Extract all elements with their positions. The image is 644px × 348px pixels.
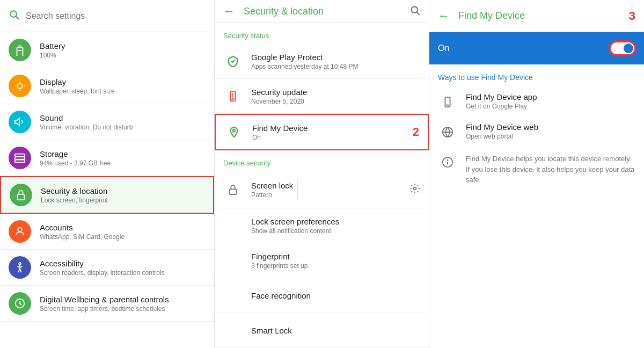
sidebar-item-subtitle-accessibility: Screen readers, display, interaction con… [40,269,165,277]
svg-line-19 [20,269,21,272]
security-icon [10,184,32,206]
sidebar-item-text-digital: Digital Wellbeing & parental controls Sc… [40,295,169,313]
mid-panel-title: Security & location [244,6,409,17]
sidebar-item-display[interactable]: Display Wallpaper, sleep, font size [0,68,214,104]
right-panel-title: Find My Device [458,10,625,21]
mid-search-button[interactable] [409,5,420,18]
lock-screen-prefs-subtitle: Show all notification content [251,227,339,235]
security-update-item[interactable]: Security update November 5, 2020 [215,79,429,114]
sidebar-item-battery[interactable]: Battery 100% [0,32,214,68]
find-my-device-app-item[interactable]: Find My Device app Get it on Google Play [438,92,635,112]
svg-line-1 [16,17,19,19]
find-my-device-app-subtitle: Get it on Google Play [466,103,537,110]
find-my-device-web-icon [438,122,457,142]
lock-screen-prefs-item[interactable]: Lock screen preferences Show all notific… [215,208,429,243]
fingerprint-subtitle: 3 fingerprints set up [251,262,308,270]
info-description: Find My Device helps you locate this dev… [466,154,635,185]
screen-lock-gear-icon[interactable] [409,183,420,197]
security-update-icon [223,86,243,106]
display-icon [9,75,31,97]
svg-rect-14 [18,194,25,200]
sidebar-item-subtitle-battery: 100% [40,52,65,59]
svg-rect-2 [17,47,23,56]
face-recognition-text: Face recognition [251,291,311,300]
google-play-protect-title: Google Play Protect [251,53,358,62]
find-my-device-item[interactable]: Find My Device On 2 [215,114,429,150]
sidebar-item-title-storage: Storage [40,149,111,158]
right-content: Ways to use Find My Device Find My Devic… [429,64,644,348]
security-update-title: Security update [251,88,307,97]
find-my-device-web-title: Find My Device web [466,122,538,132]
sidebar-item-subtitle-display: Wallpaper, sleep, font size [40,88,115,95]
screen-lock-divider [297,179,298,200]
fingerprint-icon [223,251,243,270]
sidebar-item-accounts[interactable]: Accounts WhatsApp, SIM Card, Google [0,214,214,250]
find-my-device-badge: 2 [413,125,419,139]
right-panel-header: ← Find My Device 3 [429,0,644,32]
screen-lock-subtitle: Pattern [251,191,293,199]
svg-rect-28 [230,189,237,194]
ways-link[interactable]: Ways to use Find My Device [438,73,635,82]
sidebar-item-text-security: Security & location Lock screen, fingerp… [41,186,108,204]
sidebar-item-subtitle-accounts: WhatsApp, SIM Card, Google [40,233,125,241]
device-security-label: Device security [215,150,429,171]
sidebar-item-digital[interactable]: Digital Wellbeing & parental controls Sc… [0,286,214,322]
sidebar-item-security[interactable]: Security & location Lock screen, fingerp… [0,176,214,214]
info-text: Find My Device helps you locate this dev… [466,153,635,185]
search-bar [0,0,214,32]
svg-point-5 [17,83,22,88]
sidebar-item-title-digital: Digital Wellbeing & parental controls [40,295,169,304]
sidebar-item-sound[interactable]: Sound Volume, vibration, Do not disturb [0,104,214,140]
toggle-label: On [438,44,610,53]
sound-icon [9,111,31,133]
face-recognition-icon [223,286,243,305]
svg-rect-11 [15,154,25,157]
security-update-text: Security update November 5, 2020 [251,88,307,105]
screen-lock-text: Screen lock Pattern [251,181,293,199]
sidebar-item-subtitle-digital: Screen time, app timers, bedtime schedul… [40,305,169,313]
sidebar-item-accessibility[interactable]: Accessibility Screen readers, display, i… [0,250,214,286]
google-play-protect-subtitle: Apps scanned yesterday at 10:48 PM [251,63,358,70]
accessibility-icon [9,256,31,279]
svg-point-15 [18,228,21,231]
search-input[interactable] [26,11,206,21]
face-recognition-item[interactable]: Face recognition [215,278,429,313]
lock-screen-prefs-icon [223,216,243,235]
svg-point-27 [233,129,236,132]
smart-lock-text: Smart Lock [251,326,292,335]
sidebar-item-title-display: Display [40,77,115,86]
google-play-protect-item[interactable]: Google Play Protect Apps scanned yesterd… [215,44,429,79]
sidebar-item-subtitle-storage: 94% used - 3.97 GB free [40,160,111,167]
lock-screen-prefs-text: Lock screen preferences Show all notific… [251,217,339,235]
find-my-device-web-subtitle: Open web portal [466,133,538,140]
sidebar-item-title-battery: Battery [40,41,65,50]
find-my-device-web-item[interactable]: Find My Device web Open web portal [438,122,635,142]
sidebar-item-text-display: Display Wallpaper, sleep, font size [40,77,115,95]
face-recognition-title: Face recognition [251,291,311,300]
smart-lock-title: Smart Lock [251,326,292,335]
svg-rect-13 [15,160,25,163]
fingerprint-item[interactable]: Fingerprint 3 fingerprints set up [215,243,429,278]
mid-back-button[interactable]: ← [223,4,235,18]
right-back-button[interactable]: ← [438,9,450,23]
screen-lock-icon [223,180,243,199]
toggle-bar[interactable]: On [429,32,644,64]
svg-rect-30 [445,97,450,107]
find-my-device-text: Find My Device On [252,124,308,141]
smart-lock-item[interactable]: Smart Lock [215,313,429,348]
toggle-switch[interactable] [610,41,635,55]
sidebar-item-text-battery: Battery 100% [40,41,65,59]
screen-lock-item[interactable]: Screen lock Pattern [215,171,429,208]
left-panel: Battery 100% Display Wallpaper, sleep, f… [0,0,215,348]
svg-marker-10 [15,119,19,126]
find-my-device-app-icon [438,92,457,112]
find-my-device-subtitle: On [252,134,308,141]
smart-lock-icon [223,321,243,340]
sidebar-item-storage[interactable]: Storage 94% used - 3.97 GB free [0,140,214,176]
security-status-label: Security status [215,23,429,44]
sidebar-item-subtitle-sound: Volume, vibration, Do not disturb [40,124,133,131]
find-my-device-app-title: Find My Device app [466,92,537,102]
find-my-device-title: Find My Device [252,124,308,133]
find-my-device-icon [224,122,244,142]
info-icon [438,153,457,172]
